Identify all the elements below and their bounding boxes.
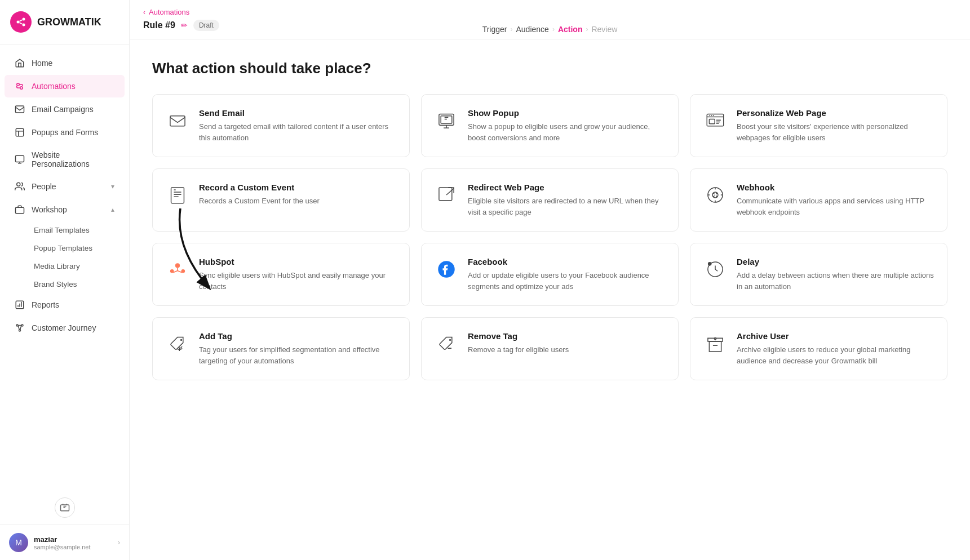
user-info: maziar sample@sample.net (34, 535, 112, 550)
facebook-content: Facebook Add or update eligible users to… (468, 257, 666, 292)
send-email-title: Send Email (199, 108, 397, 118)
email-icon (15, 104, 25, 114)
add-tag-content: Add Tag Tag your users for simplified se… (199, 331, 397, 366)
step-arrow-3: › (586, 25, 588, 33)
step-trigger[interactable]: Trigger (482, 25, 507, 34)
top-header: ‹ Automations Rule #9 ✏ Draft Trigger › … (130, 0, 970, 39)
archive-user-desc: Archive eligible users to reduce your gl… (737, 344, 934, 366)
personalize-webpage-icon (703, 108, 728, 133)
edit-icon[interactable]: ✏ (181, 21, 188, 30)
sidebar: GROWMATIK Home Automations Email Campaig… (0, 0, 130, 560)
breadcrumb-automations[interactable]: Automations (149, 8, 189, 16)
action-card-send-email[interactable]: Send Email Send a targeted email with ta… (152, 94, 410, 157)
add-tag-title: Add Tag (199, 331, 397, 341)
draft-badge: Draft (193, 20, 219, 31)
svg-point-15 (19, 330, 21, 331)
sidebar-item-home[interactable]: Home (5, 52, 125, 74)
hubspot-content: HubSpot Sync eligible users with HubSpot… (199, 257, 397, 292)
action-card-delay[interactable]: ! Delay Add a delay between actions when… (690, 243, 947, 306)
svg-rect-11 (16, 207, 24, 214)
sidebar-item-email-templates[interactable]: Email Templates (27, 221, 125, 239)
page-title: What action should take place? (152, 60, 947, 77)
steps-nav: Trigger › Audience › Action › Review (482, 25, 618, 34)
archive-user-icon (703, 331, 728, 356)
webhook-content: Webhook Communicate with various apps an… (737, 183, 934, 217)
home-icon (15, 58, 25, 68)
sidebar-item-popups[interactable]: Popups and Forms (5, 121, 125, 144)
svg-text:!: ! (709, 263, 710, 266)
svg-point-2 (23, 24, 25, 26)
show-popup-title: Show Popup (468, 108, 666, 118)
add-tag-icon (165, 331, 190, 356)
svg-point-14 (21, 325, 23, 326)
action-card-webhook[interactable]: Webhook Communicate with various apps an… (690, 168, 947, 232)
redirect-webpage-desc: Eligible site visitors are redirected to… (468, 195, 666, 217)
user-profile[interactable]: M maziar sample@sample.net › (0, 525, 129, 560)
record-event-title: Record a Custom Event (199, 183, 397, 192)
sidebar-label-automations: Automations (32, 82, 76, 91)
svg-rect-21 (709, 119, 715, 124)
sidebar-label-email-campaigns: Email Campaigns (32, 105, 94, 114)
actions-grid: Send Email Send a targeted email with ta… (152, 94, 947, 380)
svg-point-26 (175, 263, 180, 268)
workshop-chevron: ▴ (111, 206, 114, 214)
delay-content: Delay Add a delay between actions when t… (737, 257, 934, 292)
remove-tag-desc: Remove a tag for eligible users (468, 344, 666, 355)
sidebar-item-workshop[interactable]: Workshop ▴ (5, 198, 125, 221)
sidebar-item-email-campaigns[interactable]: Email Campaigns (5, 98, 125, 121)
breadcrumb: ‹ Automations (143, 8, 219, 16)
popups-icon (15, 127, 25, 137)
delay-icon: ! (703, 257, 728, 282)
svg-rect-8 (16, 128, 24, 136)
action-card-archive-user[interactable]: Archive User Archive eligible users to r… (690, 317, 947, 380)
sidebar-label-popups: Popups and Forms (32, 128, 98, 137)
action-card-facebook[interactable]: Facebook Add or update eligible users to… (421, 243, 679, 306)
webhook-desc: Communicate with various apps and servic… (737, 195, 934, 217)
sidebar-label-customer-journey: Customer Journey (32, 323, 96, 332)
sidebar-item-brand-styles[interactable]: Brand Styles (27, 275, 125, 293)
delay-title: Delay (737, 257, 934, 266)
step-action[interactable]: Action (558, 25, 583, 34)
action-card-show-popup[interactable]: Show Popup Show a popup to eligible user… (421, 94, 679, 157)
send-email-icon (165, 108, 190, 133)
show-popup-desc: Show a popup to eligible users and grow … (468, 121, 666, 143)
chatbot-icon[interactable] (55, 497, 75, 518)
sidebar-item-media-library[interactable]: Media Library (27, 257, 125, 275)
action-card-remove-tag[interactable]: Remove Tag Remove a tag for eligible use… (421, 317, 679, 380)
svg-point-5 (17, 83, 20, 86)
sidebar-item-website[interactable]: Website Personalizations (5, 144, 125, 175)
action-card-hubspot[interactable]: HubSpot Sync eligible users with HubSpot… (152, 243, 410, 306)
step-audience[interactable]: Audience (516, 25, 548, 34)
sidebar-item-people[interactable]: People ▾ (5, 175, 125, 198)
svg-point-35 (714, 337, 716, 339)
sidebar-item-popup-templates[interactable]: Popup Templates (27, 239, 125, 257)
page-body: What action should take place? Send Emai… (130, 39, 970, 560)
rule-title: Rule #9 (143, 20, 175, 30)
remove-tag-icon (434, 331, 459, 356)
logo: GROWMATIK (0, 0, 129, 45)
sidebar-nav: Home Automations Email Campaigns Popups … (0, 45, 129, 491)
sidebar-item-automations[interactable]: Automations (5, 75, 125, 97)
user-name: maziar (34, 535, 112, 544)
svg-point-0 (17, 21, 20, 24)
sidebar-label-website: Website Personalizations (32, 150, 114, 168)
action-card-redirect-webpage[interactable]: Redirect Web Page Eligible site visitors… (421, 168, 679, 232)
action-card-record-event[interactable]: Record a Custom Event Records a Custom E… (152, 168, 410, 232)
logo-text: GROWMATIK (37, 16, 101, 28)
hubspot-desc: Sync eligible users with HubSpot and eas… (199, 270, 397, 292)
delay-desc: Add a delay between actions when there a… (737, 270, 934, 292)
svg-line-3 (20, 20, 23, 21)
step-audience-label: Audience (516, 25, 548, 34)
show-popup-content: Show Popup Show a popup to eligible user… (468, 108, 666, 143)
sidebar-label-reports: Reports (32, 300, 59, 309)
sidebar-item-customer-journey[interactable]: Customer Journey (5, 317, 125, 339)
sidebar-item-reports[interactable]: Reports (5, 294, 125, 316)
action-card-personalize-webpage[interactable]: Personalize Web Page Boost your site vis… (690, 94, 947, 157)
action-card-add-tag[interactable]: Add Tag Tag your users for simplified se… (152, 317, 410, 380)
record-event-content: Record a Custom Event Records a Custom E… (199, 183, 397, 207)
webhook-title: Webhook (737, 183, 934, 192)
step-review[interactable]: Review (591, 25, 617, 34)
people-chevron: ▾ (111, 183, 114, 190)
workshop-sub-nav: Email Templates Popup Templates Media Li… (0, 221, 129, 293)
svg-rect-7 (16, 106, 24, 113)
